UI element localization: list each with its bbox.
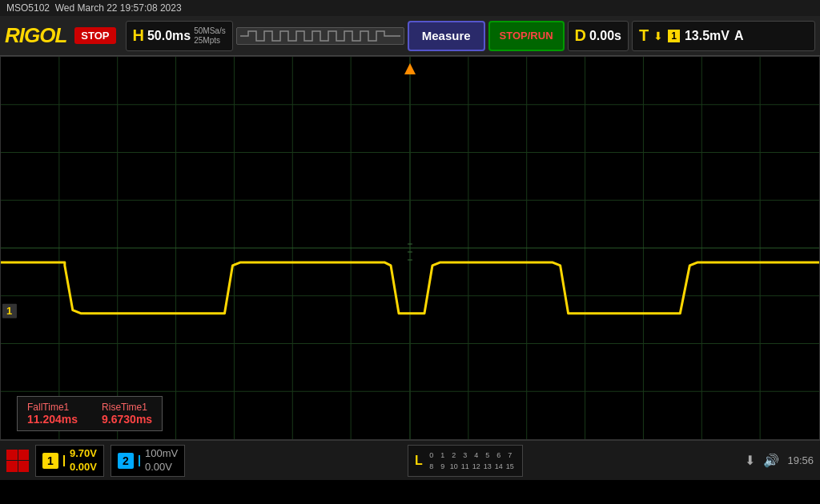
delay-value: 0.00s <box>589 29 621 43</box>
audio-icon: 🔊 <box>763 453 779 468</box>
trigger-value: 13.5mV <box>685 29 730 43</box>
scope-screen: 1 FallTime1 11.204ms RiseTime1 9.6730ms <box>0 56 820 440</box>
measurement-box: FallTime1 11.204ms RiseTime1 9.6730ms <box>17 396 163 431</box>
time-display: 19:56 <box>787 454 814 466</box>
waveform-squiggle-icon <box>240 30 400 42</box>
timebase-label: H <box>133 26 144 45</box>
channel1-voltage: 9.70V 0.00V <box>70 447 97 474</box>
menu-icon[interactable] <box>6 450 29 472</box>
trigger-section: T ⬇ 1 13.5mV A <box>632 21 815 51</box>
probe-icon: ⬇ <box>745 453 755 468</box>
timebase-section: H 50.0ms 50MSa/s 25Mpts <box>126 21 233 51</box>
trigger-label: T <box>639 26 649 45</box>
status-bar: MSO5102 Wed March 22 19:57:08 2023 <box>0 0 820 16</box>
datetime-label: Wed March 22 19:57:08 2023 <box>55 2 182 14</box>
stop-badge: STOP <box>74 27 115 44</box>
model-label: MSO5102 <box>6 2 50 14</box>
channel2-voltage: 100mV 0.00V <box>145 447 178 474</box>
delay-section: D 0.00s <box>568 21 629 51</box>
fall-time-label: FallTime1 <box>27 402 69 413</box>
waveform-indicator <box>236 27 404 45</box>
channel1-badge: 1 <box>42 453 58 469</box>
trigger-unit: A <box>734 29 744 43</box>
system-info: ⬇ 🔊 19:56 <box>745 453 814 468</box>
channel2-color-indicator <box>139 455 140 466</box>
rise-time-label: RiseTime1 <box>102 402 147 413</box>
toolbar: RIGOL STOP H 50.0ms 50MSa/s 25Mpts Measu… <box>0 16 820 56</box>
rigol-logo: RIGOL <box>5 23 66 48</box>
svg-text:1: 1 <box>6 305 12 317</box>
trigger-channel: 1 <box>668 30 680 42</box>
waveform-display: 1 <box>1 57 819 439</box>
trigger-position-icon <box>404 63 416 74</box>
channel2-badge: 2 <box>118 453 134 469</box>
timebase-value: 50.0ms <box>147 29 191 43</box>
channel1-info[interactable]: 1 9.70V 0.00V <box>35 445 104 477</box>
label-section: L 0 1 2 3 4 5 6 7 8 9 10 11 12 13 14 15 <box>408 445 523 477</box>
stop-run-button[interactable]: STOP/RUN <box>488 21 565 51</box>
sample-rate: 50MSa/s <box>194 26 225 36</box>
memory-depth: 25Mpts <box>194 36 225 46</box>
channel1-color-indicator <box>63 455 65 466</box>
rise-time-value: 9.6730ms <box>102 413 152 426</box>
label-grid: 0 1 2 3 4 5 6 7 8 9 10 11 12 13 14 15 <box>426 450 516 472</box>
bottom-bar: 1 9.70V 0.00V 2 100mV 0.00V L 0 1 2 3 4 … <box>0 440 820 480</box>
label-l: L <box>415 454 423 468</box>
measure-button[interactable]: Measure <box>408 21 485 51</box>
delay-label: D <box>575 26 586 45</box>
channel2-info[interactable]: 2 100mV 0.00V <box>111 445 185 477</box>
trigger-arrow-icon: ⬇ <box>653 30 663 42</box>
fall-time-value: 11.204ms <box>27 413 78 426</box>
